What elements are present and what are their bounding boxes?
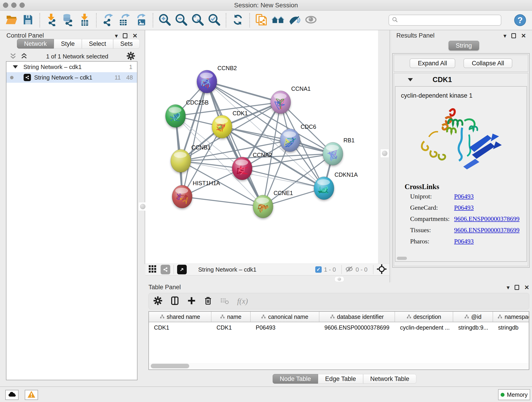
right-splitter-handle[interactable] xyxy=(380,149,389,158)
string-results-container: Expand All Collapse All CDK1 cyclin-depe… xyxy=(392,53,530,268)
network-canvas[interactable]: CCNB2CCNA1CDC25BCDK1CDC6RB1CCNB1CCNA2CDK… xyxy=(146,30,378,264)
control-panel-title: Control Panel xyxy=(6,32,44,39)
horizontal-scrollbar[interactable] xyxy=(149,363,528,369)
horizontal-scrollbar-thumb[interactable] xyxy=(397,257,407,260)
main-toolbar: ? xyxy=(0,11,532,30)
selected-nodes-checkbox[interactable]: ✓ xyxy=(315,266,322,273)
panel-close-button[interactable]: ✕ xyxy=(521,33,526,39)
tab-network-table[interactable]: Network Table xyxy=(363,374,417,384)
horizontal-scrollbar-thumb[interactable] xyxy=(151,364,189,368)
tab-network[interactable]: Network xyxy=(17,39,54,49)
column-header[interactable]: description xyxy=(395,312,453,322)
panel-menu-button[interactable]: ▾ xyxy=(507,284,510,290)
crosslink-link[interactable]: P06493 xyxy=(454,238,474,245)
tab-edge-table[interactable]: Edge Table xyxy=(318,374,363,384)
collapse-all-networks-icon[interactable] xyxy=(20,52,28,61)
network-node-ccne1[interactable] xyxy=(253,195,273,218)
birdseye-view-icon[interactable] xyxy=(148,265,157,274)
column-header[interactable]: namespace xyxy=(493,312,529,322)
bottom-splitter-handle[interactable] xyxy=(335,276,344,282)
hidden-eye-icon[interactable] xyxy=(345,265,353,274)
move-crosshair-icon[interactable] xyxy=(377,264,387,275)
tab-sets[interactable]: Sets xyxy=(113,39,140,49)
network-edge[interactable] xyxy=(182,82,207,197)
memory-button[interactable]: Memory xyxy=(498,389,530,400)
column-header[interactable]: shared name xyxy=(149,312,211,322)
network-graph[interactable]: CCNB2CCNA1CDC25BCDK1CDC6RB1CCNB1CCNA2CDK… xyxy=(146,30,378,264)
network-edge[interactable] xyxy=(207,82,263,206)
panel-close-button[interactable]: ✕ xyxy=(133,33,138,39)
panel-float-button[interactable] xyxy=(123,33,127,38)
network-row[interactable]: String Network – cdk1 11 48 xyxy=(6,72,137,83)
network-node-rb1[interactable] xyxy=(323,142,343,165)
hide-selected-button[interactable] xyxy=(288,13,301,27)
tab-node-table[interactable]: Node Table xyxy=(273,374,318,384)
column-header[interactable]: name xyxy=(211,312,251,322)
table-gear-icon[interactable] xyxy=(153,296,162,306)
expand-all-button[interactable]: Expand All xyxy=(410,58,456,68)
save-session-button[interactable] xyxy=(21,13,35,27)
zoom-selected-button[interactable] xyxy=(207,13,221,27)
network-node-cdkn1a[interactable] xyxy=(314,177,334,200)
search-input[interactable] xyxy=(400,17,498,24)
export-network-button[interactable] xyxy=(101,13,115,27)
help-button[interactable]: ? xyxy=(514,14,526,26)
export-image-button[interactable] xyxy=(134,13,148,27)
import-network-database-button[interactable] xyxy=(61,13,75,27)
crosslink-link[interactable]: 9606.ENSP00000378699 xyxy=(454,226,519,234)
column-header[interactable]: database identifier xyxy=(319,312,395,322)
show-columns-icon[interactable] xyxy=(170,296,179,306)
home-button[interactable] xyxy=(271,13,285,27)
open-in-window-icon[interactable] xyxy=(177,265,187,274)
crosslink-link[interactable]: P06493 xyxy=(454,193,474,200)
show-hide-panels-button[interactable] xyxy=(304,13,318,27)
network-collection-row[interactable]: String Network – cdk1 1 xyxy=(6,62,137,72)
crosslink-link[interactable]: P06493 xyxy=(454,204,474,211)
clone-network-button[interactable] xyxy=(254,13,268,27)
expand-all-networks-icon[interactable] xyxy=(9,52,17,61)
tab-select[interactable]: Select xyxy=(82,39,113,49)
tab-string[interactable]: String xyxy=(449,41,479,51)
table-row[interactable]: CDK1 CDK1 P06493 9606.ENSP00000378699 cy… xyxy=(149,322,529,333)
crosslink-label: Uniprot: xyxy=(410,193,454,200)
collapse-arrow-icon[interactable] xyxy=(408,78,413,81)
panel-close-button[interactable]: ✕ xyxy=(524,284,529,290)
column-header[interactable]: canonical name xyxy=(251,312,319,322)
cloud-icon xyxy=(7,390,16,400)
panel-float-button[interactable] xyxy=(515,285,519,290)
export-table-button[interactable] xyxy=(118,13,132,27)
network-node-cdc6[interactable] xyxy=(280,129,300,152)
panel-menu-button[interactable]: ▾ xyxy=(503,33,506,39)
cloud-button[interactable] xyxy=(5,390,19,400)
crosslink-link[interactable]: 9606.ENSP00000378699 xyxy=(454,215,519,223)
string-style-icon[interactable] xyxy=(161,265,170,274)
zoom-in-button[interactable] xyxy=(158,13,172,27)
gear-icon[interactable] xyxy=(127,51,135,61)
add-column-icon[interactable] xyxy=(187,296,196,306)
network-node-cdc25b[interactable] xyxy=(165,104,186,128)
collapse-arrow-icon[interactable] xyxy=(13,65,18,69)
panel-menu-button[interactable]: ▾ xyxy=(115,33,118,39)
node-details-header[interactable]: CDK1 xyxy=(394,73,528,86)
open-session-button[interactable] xyxy=(5,13,18,27)
collapse-all-button[interactable]: Collapse All xyxy=(463,58,512,68)
zoom-out-button[interactable] xyxy=(174,13,188,27)
refresh-view-button[interactable] xyxy=(231,13,245,27)
import-network-file-button[interactable] xyxy=(45,13,58,27)
network-node-hist1h1a[interactable] xyxy=(172,185,192,208)
toolbar-separator xyxy=(226,13,226,27)
warning-button[interactable] xyxy=(25,390,38,400)
network-node-cdk1[interactable] xyxy=(212,115,232,138)
delete-column-icon[interactable] xyxy=(204,296,212,306)
network-node-ccnb1[interactable] xyxy=(171,149,191,172)
network-node-ccnb2[interactable] xyxy=(197,70,217,93)
network-edge[interactable] xyxy=(182,197,263,206)
network-node-ccna2[interactable] xyxy=(232,157,252,180)
column-header[interactable]: @id xyxy=(453,312,493,322)
zoom-fit-button[interactable] xyxy=(191,13,205,27)
import-table-file-button[interactable] xyxy=(78,13,91,27)
node-details-card: CDK1 cyclin-dependent kinase 1 xyxy=(394,73,528,266)
tab-style[interactable]: Style xyxy=(54,39,82,49)
panel-float-button[interactable] xyxy=(511,33,516,38)
network-node-ccna1[interactable] xyxy=(271,91,291,114)
